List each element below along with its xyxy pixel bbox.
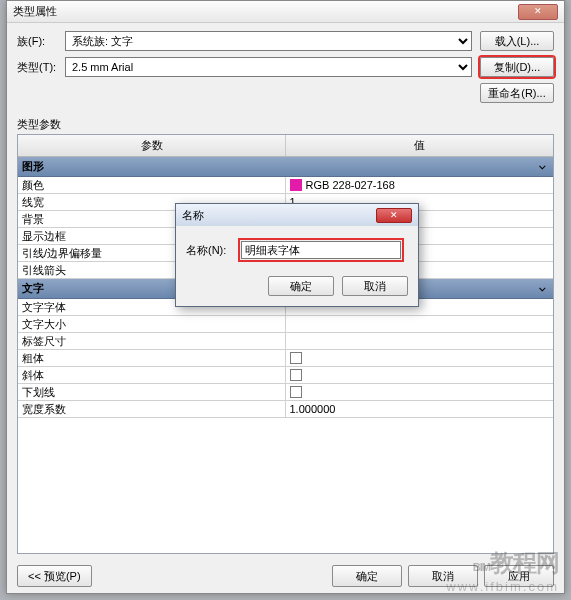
collapse-icon[interactable]: ⌵: [535, 159, 549, 174]
param-row[interactable]: 宽度系数1.000000: [18, 401, 553, 418]
name-field-label: 名称(N):: [186, 243, 238, 258]
footer: << 预览(P) 确定 取消 应用: [17, 565, 554, 587]
rename-button[interactable]: 重命名(R)...: [480, 83, 554, 103]
col-value: 值: [286, 135, 553, 156]
modal-ok-button[interactable]: 确定: [268, 276, 334, 296]
type-label: 类型(T):: [17, 60, 65, 75]
param-row[interactable]: 文字大小: [18, 316, 553, 333]
form-area: 族(F): 系统族: 文字 载入(L)... 类型(T): 2.5 mm Ari…: [7, 23, 564, 111]
modal-close-icon[interactable]: ✕: [376, 208, 412, 223]
param-name: 宽度系数: [18, 401, 286, 417]
modal-title: 名称: [182, 208, 376, 223]
collapse-icon[interactable]: ⌵: [535, 281, 549, 296]
type-select[interactable]: 2.5 mm Arial: [65, 57, 472, 77]
family-select[interactable]: 系统族: 文字: [65, 31, 472, 51]
checkbox[interactable]: [290, 352, 302, 364]
group-header[interactable]: 图形⌵: [18, 157, 553, 177]
ok-button[interactable]: 确定: [332, 565, 402, 587]
param-row[interactable]: 斜体: [18, 367, 553, 384]
grid-header: 参数 值: [18, 135, 553, 157]
parameter-grid: 参数 值 图形⌵颜色RGB 228-027-168线宽1背景透明显示边框引线/边…: [17, 134, 554, 554]
param-name: 颜色: [18, 177, 286, 193]
section-label: 类型参数: [17, 117, 564, 132]
checkbox[interactable]: [290, 369, 302, 381]
titlebar: 类型属性 ✕: [7, 1, 564, 23]
param-row[interactable]: 颜色RGB 228-027-168: [18, 177, 553, 194]
param-name: 下划线: [18, 384, 286, 400]
preview-button[interactable]: << 预览(P): [17, 565, 92, 587]
color-swatch: [290, 179, 302, 191]
param-row[interactable]: 下划线: [18, 384, 553, 401]
modal-cancel-button[interactable]: 取消: [342, 276, 408, 296]
checkbox[interactable]: [290, 386, 302, 398]
name-dialog: 名称 ✕ 名称(N): 确定 取消: [175, 203, 419, 307]
cancel-button[interactable]: 取消: [408, 565, 478, 587]
apply-button[interactable]: 应用: [484, 565, 554, 587]
duplicate-button[interactable]: 复制(D)...: [480, 57, 554, 77]
close-icon[interactable]: ✕: [518, 4, 558, 20]
window-title: 类型属性: [13, 4, 518, 19]
param-row[interactable]: 粗体: [18, 350, 553, 367]
modal-titlebar: 名称 ✕: [176, 204, 418, 226]
param-name: 文字大小: [18, 316, 286, 332]
param-name: 标签尺寸: [18, 333, 286, 349]
param-value: 1.000000: [290, 403, 336, 415]
param-row[interactable]: 标签尺寸: [18, 333, 553, 350]
col-param: 参数: [18, 135, 286, 156]
param-name: 斜体: [18, 367, 286, 383]
load-button[interactable]: 载入(L)...: [480, 31, 554, 51]
param-name: 粗体: [18, 350, 286, 366]
family-label: 族(F):: [17, 34, 65, 49]
param-value: RGB 228-027-168: [306, 179, 395, 191]
name-input[interactable]: [241, 241, 401, 259]
